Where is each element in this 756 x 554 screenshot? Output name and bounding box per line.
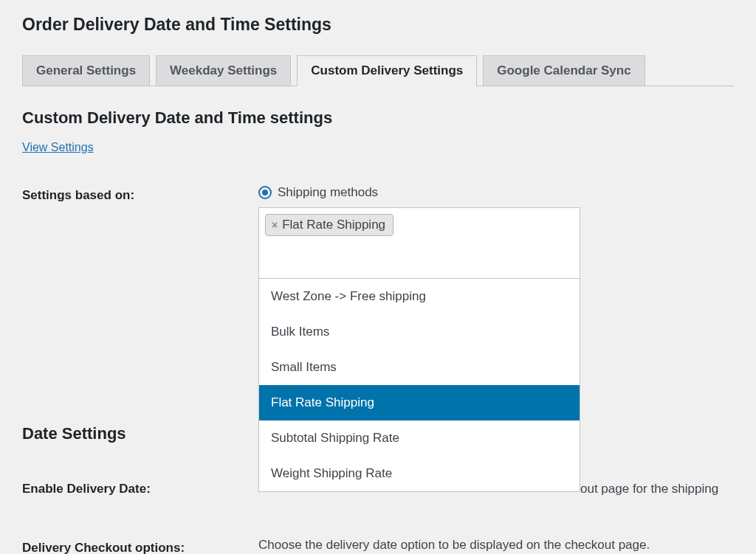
enable-delivery-hint: out page for the shipping <box>580 482 718 496</box>
enable-delivery-date-label: Enable Delivery Date: <box>22 482 258 496</box>
shipping-method-dropdown: West Zone -> Free shipping Bulk Items Sm… <box>258 278 580 492</box>
tab-weekday[interactable]: Weekday Settings <box>156 55 291 86</box>
shipping-methods-radio-label: Shipping methods <box>278 185 378 200</box>
radio-dot-icon <box>262 190 268 195</box>
remove-token-icon[interactable]: × <box>272 219 278 231</box>
delivery-checkout-hint: Choose the delivery date option to be di… <box>258 538 734 553</box>
tab-google-calendar[interactable]: Google Calendar Sync <box>483 55 645 86</box>
dropdown-option[interactable]: Subtotal Shipping Rate <box>259 420 580 456</box>
view-settings-link[interactable]: View Settings <box>22 141 94 154</box>
shipping-method-select[interactable]: × Flat Rate Shipping <box>258 207 580 280</box>
selected-token-label: Flat Rate Shipping <box>282 218 385 232</box>
selected-token: × Flat Rate Shipping <box>265 214 394 236</box>
tab-general[interactable]: General Settings <box>22 55 150 86</box>
delivery-checkout-options-label: Delivery Checkout options: <box>22 538 258 554</box>
settings-tabs: General Settings Weekday Settings Custom… <box>22 55 734 86</box>
dropdown-option[interactable]: Bulk Items <box>259 314 580 350</box>
tab-custom-delivery[interactable]: Custom Delivery Settings <box>297 55 477 86</box>
section-heading: Custom Delivery Date and Time settings <box>22 108 734 128</box>
dropdown-option[interactable]: Small Items <box>259 350 580 385</box>
settings-based-on-label: Settings based on: <box>22 185 258 203</box>
dropdown-option[interactable]: Weight Shipping Rate <box>259 456 580 491</box>
page-title: Order Delivery Date and Time Settings <box>22 15 734 35</box>
shipping-methods-radio[interactable] <box>258 186 272 199</box>
dropdown-option-highlighted[interactable]: Flat Rate Shipping <box>259 385 580 420</box>
dropdown-option[interactable]: West Zone -> Free shipping <box>259 279 580 314</box>
